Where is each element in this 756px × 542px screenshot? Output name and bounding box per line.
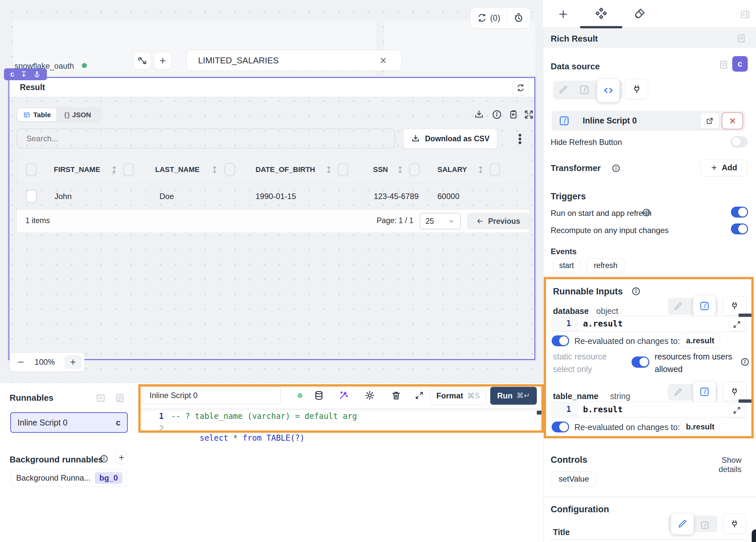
zoom-out-icon[interactable] [17,358,25,366]
move-down-icon[interactable] [20,71,27,78]
show-details-link[interactable]: Show details [697,456,741,474]
run-on-start-toggle[interactable] [731,207,748,218]
resources-info-icon[interactable] [740,357,750,367]
anchor-icon[interactable] [33,71,41,78]
ai-assist-icon[interactable] [338,390,349,401]
database-expr-editor[interactable]: 1 a.result [552,316,746,332]
linked-script-row[interactable]: f Inline Script 0 [552,111,745,131]
database-reeval-chip[interactable]: a.result [680,333,720,348]
insert-component-tab-icon[interactable] [557,8,569,20]
style-tab-icon[interactable] [633,7,646,21]
title-static-mode-button[interactable] [671,513,694,535]
title-fx-icon[interactable]: f [700,520,710,530]
tab-table[interactable]: Table [17,108,56,121]
script-settings-gear-icon[interactable] [364,390,375,401]
history-button[interactable] [507,8,530,28]
expand-editor-icon[interactable] [415,391,424,400]
col-header[interactable]: SSN [373,165,388,174]
table-name-reeval-chip[interactable]: b.result [680,419,720,434]
table-search-input[interactable] [26,134,357,144]
format-button[interactable]: Format ⌘S [430,387,486,405]
recompute-toggle[interactable] [731,223,748,234]
fx-mode-icon[interactable]: f [579,84,590,95]
editor-scrollbar-thumb[interactable] [537,411,542,415]
unlink-button[interactable] [133,52,151,70]
sort-icon[interactable] [109,164,119,175]
run-button[interactable]: Run ⌘↵ [490,387,537,405]
database-icon[interactable] [314,390,324,401]
sort-icon[interactable] [324,164,334,175]
column-toggle[interactable] [409,163,420,176]
runnable-item-inline-script-0[interactable]: Inline Script 0 c [10,412,128,433]
hide-refresh-toggle[interactable] [731,136,748,147]
add-background-runnable-button[interactable] [114,450,128,464]
code-area[interactable]: 1 -- ? table_name (varchar) = default ar… [141,409,541,475]
table-name-input[interactable] [197,55,370,66]
col-header[interactable]: DATE_OF_BIRTH [256,165,315,174]
delete-script-icon[interactable] [391,390,401,401]
column-toggle[interactable] [224,163,235,176]
database-pencil-icon[interactable] [673,302,683,311]
event-chip-start[interactable]: start [553,258,580,272]
table-name-fx-mode-button[interactable]: f [693,381,716,403]
column-toggle[interactable] [338,163,348,176]
clear-input-icon[interactable] [379,56,388,65]
add-component-button[interactable] [154,52,172,70]
expand-expr-button[interactable] [729,403,744,417]
sort-icon[interactable] [395,164,405,175]
runnables-list-icon[interactable] [115,393,125,403]
table-name-connect-button[interactable] [723,382,746,401]
component-selection-toolbar[interactable]: c [4,68,47,80]
row-checkbox[interactable] [26,190,37,203]
components-tab-icon[interactable] [594,7,608,20]
expr-scrollbar-thumb[interactable] [739,399,753,403]
expand-expr-button[interactable] [729,318,744,331]
resources-from-users-toggle[interactable] [632,356,649,368]
copy-to-clipboard-icon[interactable] [508,109,519,120]
runnable-inputs-info-icon[interactable] [631,287,641,296]
table-more-options-icon[interactable] [513,132,527,146]
col-header[interactable]: FIRST_NAME [54,165,100,174]
column-toggle[interactable] [490,163,500,176]
script-name-input[interactable] [149,390,272,400]
remove-script-button[interactable] [722,112,743,129]
previous-page-button[interactable]: Previous [467,213,529,229]
column-toggle[interactable] [123,163,134,176]
page-size-select[interactable]: 25 [420,213,461,229]
title-input-sliver[interactable] [552,539,746,542]
background-runnable-item[interactable]: Background Runna... bg_0 [11,469,127,487]
refresh-count-button[interactable]: (0) [470,8,507,28]
download-csv-button[interactable]: Download as CSV [403,129,497,149]
col-header[interactable]: LAST_NAME [155,165,199,174]
col-header[interactable]: SALARY [437,165,467,174]
code-mode-button[interactable] [597,79,620,102]
collapse-runnables-icon[interactable] [95,393,106,403]
component-id-button[interactable]: c [732,56,748,72]
run-on-start-info-icon[interactable] [642,208,651,217]
open-script-button[interactable] [700,113,719,129]
expr-scrollbar-thumb[interactable] [739,314,753,317]
table-name-expr-editor[interactable]: 1 b.result [552,402,746,418]
setvalue-chip[interactable]: setValue [552,471,596,487]
collapse-panel-icon[interactable] [739,9,751,20]
static-mode-pencil-icon[interactable] [558,85,568,95]
background-runnables-info-icon[interactable] [99,454,109,463]
event-chip-refresh[interactable]: refresh [586,258,625,272]
info-icon[interactable] [492,109,502,120]
sort-icon[interactable] [210,164,220,175]
download-table-icon[interactable] [474,109,484,120]
sort-icon[interactable] [476,164,486,175]
database-connect-button[interactable] [723,296,746,315]
result-component[interactable]: Result Table { } JSON [9,77,535,360]
database-fx-mode-button[interactable]: f [693,295,716,317]
title-connect-button[interactable] [723,514,746,534]
table-name-pencil-icon[interactable] [673,388,683,397]
transformer-info-icon[interactable] [611,164,621,173]
result-refresh-button[interactable] [512,81,529,95]
table-name-reeval-toggle[interactable] [552,422,569,432]
connect-mode-button[interactable] [625,79,648,99]
add-transformer-button[interactable]: Add [700,159,747,176]
docs-icon[interactable] [736,33,746,44]
fullscreen-icon[interactable] [524,109,534,120]
zoom-in-button[interactable] [64,355,82,369]
